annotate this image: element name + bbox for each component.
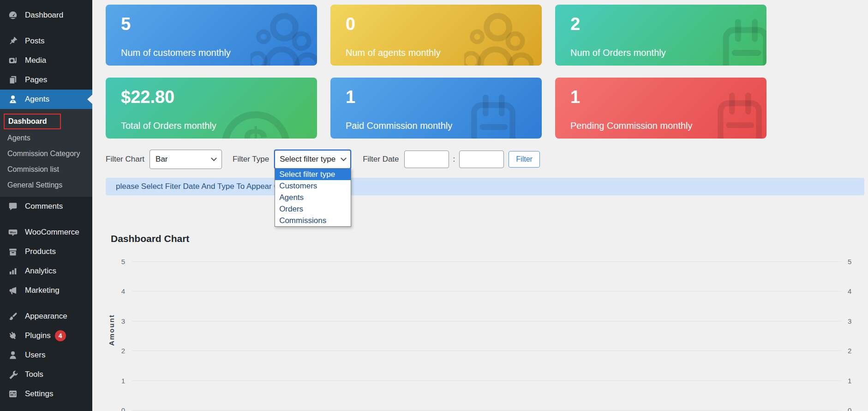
settings-panel-icon xyxy=(7,388,19,400)
y-tick-label-right: 1 xyxy=(848,377,864,385)
date-separator: : xyxy=(453,155,455,164)
agents-submenu: Dashboard Agents Commission Category Com… xyxy=(0,109,92,197)
sidebar-item-label: Tools xyxy=(25,370,43,379)
submenu-item-commission-category[interactable]: Commission Category xyxy=(0,146,92,162)
sidebar-item-appearance[interactable]: Appearance xyxy=(0,307,92,326)
stat-label: Total of Orders monthly xyxy=(121,121,216,131)
dropdown-option-select-filter-type[interactable]: Select filter type xyxy=(275,169,351,180)
gridline xyxy=(132,321,841,321)
dashboard-icon xyxy=(7,9,19,21)
sidebar-item-woocommerce[interactable]: Woo WooCommerce xyxy=(0,223,92,242)
filter-type-value: Select filter type xyxy=(280,155,335,164)
y-tick-label: 1 xyxy=(106,377,125,385)
filter-button[interactable]: Filter xyxy=(509,151,540,168)
sidebar-item-label: Media xyxy=(25,56,46,65)
stat-label: Num of Orders monthly xyxy=(570,48,666,58)
dropdown-option-commissions[interactable]: Commissions xyxy=(275,215,351,226)
sidebar-item-users[interactable]: Users xyxy=(0,345,92,365)
dropdown-option-customers[interactable]: Customers xyxy=(275,180,351,192)
pages-icon xyxy=(7,74,19,86)
info-alert-text: please Select Fiter Date And Type To App… xyxy=(116,182,293,191)
comment-icon xyxy=(7,200,19,212)
sidebar-item-analytics[interactable]: Analytics xyxy=(0,261,92,281)
sidebar-item-dashboard[interactable]: Dashboard xyxy=(0,6,92,25)
filter-chart-select[interactable]: Bar xyxy=(150,150,222,169)
y-tick-label: 3 xyxy=(106,317,125,325)
dropdown-option-orders[interactable]: Orders xyxy=(275,203,351,215)
stat-label: Pending Commission monthly xyxy=(570,121,693,131)
filter-date-to-input[interactable] xyxy=(459,151,504,168)
stat-card-agents: 0 Num of agents monthly xyxy=(330,5,542,66)
submenu-item-dashboard[interactable]: Dashboard xyxy=(4,114,61,129)
y-tick-label-right: 5 xyxy=(848,258,864,266)
dashboard-chart: Amount 554433221100 xyxy=(106,250,864,411)
sidebar-item-label: Posts xyxy=(25,36,45,46)
clipboard-icon xyxy=(715,14,766,66)
y-tick-label-right: 4 xyxy=(848,287,864,295)
gridline xyxy=(132,381,841,381)
filter-type-select-wrap: Select filter type Select filter type Cu… xyxy=(274,150,351,169)
sidebar-item-label: Appearance xyxy=(25,312,67,321)
stat-label: Num of customers monthly xyxy=(121,48,231,58)
y-tick-label: 5 xyxy=(106,258,125,266)
products-box-icon xyxy=(7,246,19,258)
bar-chart-icon xyxy=(7,265,19,277)
paintbrush-icon xyxy=(7,310,19,322)
dropdown-option-agents[interactable]: Agents xyxy=(275,192,351,203)
filter-date-label: Filter Date xyxy=(363,155,399,164)
svg-text:$: $ xyxy=(243,119,268,139)
sidebar-item-products[interactable]: Products xyxy=(0,242,92,261)
sidebar-item-label: Plugins xyxy=(25,331,51,340)
gridline xyxy=(132,261,841,262)
submenu-item-general-settings[interactable]: General Settings xyxy=(0,177,92,193)
sidebar-item-pages[interactable]: Pages xyxy=(0,70,92,90)
sidebar-item-settings[interactable]: Settings xyxy=(0,384,92,404)
sidebar-item-media[interactable]: Media xyxy=(0,51,92,70)
wordpress-admin-page: Dashboard Posts Media Pages Agents xyxy=(0,0,868,411)
people-icon xyxy=(251,6,317,66)
sidebar-item-label: Settings xyxy=(25,389,53,399)
y-tick-label-right: 3 xyxy=(848,317,864,325)
submenu-item-commission-list[interactable]: Commission list xyxy=(0,162,92,177)
sidebar-item-plugins[interactable]: Plugins 4 xyxy=(0,326,92,345)
sidebar-item-agents[interactable]: Agents xyxy=(0,90,92,109)
gridline xyxy=(132,291,841,291)
filter-date-from-input[interactable] xyxy=(404,151,449,168)
dollar-coin-icon: $ xyxy=(212,102,299,139)
sidebar-item-comments[interactable]: Comments xyxy=(0,197,92,216)
active-menu-arrow xyxy=(87,95,92,104)
stat-card-paid-commission: 1 Paid Commission monthly xyxy=(330,78,542,139)
gridline xyxy=(132,410,841,411)
chart-heading: Dashboard Chart xyxy=(111,233,864,244)
info-alert: please Select Fiter Date And Type To App… xyxy=(106,178,864,195)
stat-label: Num of agents monthly xyxy=(346,48,441,58)
sidebar-item-marketing[interactable]: Marketing xyxy=(0,281,92,300)
chevron-down-icon xyxy=(341,155,347,161)
wrench-icon xyxy=(7,369,19,381)
stats-cards: 5 Num of customers monthly 0 Num of agen… xyxy=(106,5,864,139)
svg-text:Woo: Woo xyxy=(10,231,16,234)
filter-type-select[interactable]: Select filter type xyxy=(274,150,351,169)
sidebar-item-tools[interactable]: Tools xyxy=(0,365,92,384)
plug-icon xyxy=(7,330,19,342)
chevron-down-icon xyxy=(211,155,217,161)
stat-card-orders: 2 Num of Orders monthly xyxy=(555,5,766,66)
submenu-item-agents[interactable]: Agents xyxy=(0,130,92,146)
sidebar-item-posts[interactable]: Posts xyxy=(0,31,92,51)
media-icon xyxy=(7,54,19,66)
sidebar-item-label: Comments xyxy=(25,202,63,211)
sidebar-item-label: Marketing xyxy=(25,286,60,295)
y-tick-label-right: 2 xyxy=(848,347,864,355)
pushpin-icon xyxy=(7,35,19,47)
sidebar-item-label: Agents xyxy=(25,95,49,104)
y-tick-label: 0 xyxy=(106,406,125,411)
user-icon xyxy=(7,349,19,361)
sidebar-item-label: Users xyxy=(25,351,45,360)
stat-card-customers: 5 Num of customers monthly xyxy=(106,5,317,66)
stat-card-pending-commission: 1 Pending Commission monthly xyxy=(555,78,766,139)
clipboard-icon xyxy=(463,90,521,139)
clipboard-icon xyxy=(710,88,766,139)
filter-type-dropdown: Select filter type Customers Agents Orde… xyxy=(275,168,351,227)
y-tick-label: 4 xyxy=(106,287,125,295)
main-content: 5 Num of customers monthly 0 Num of agen… xyxy=(92,0,868,411)
